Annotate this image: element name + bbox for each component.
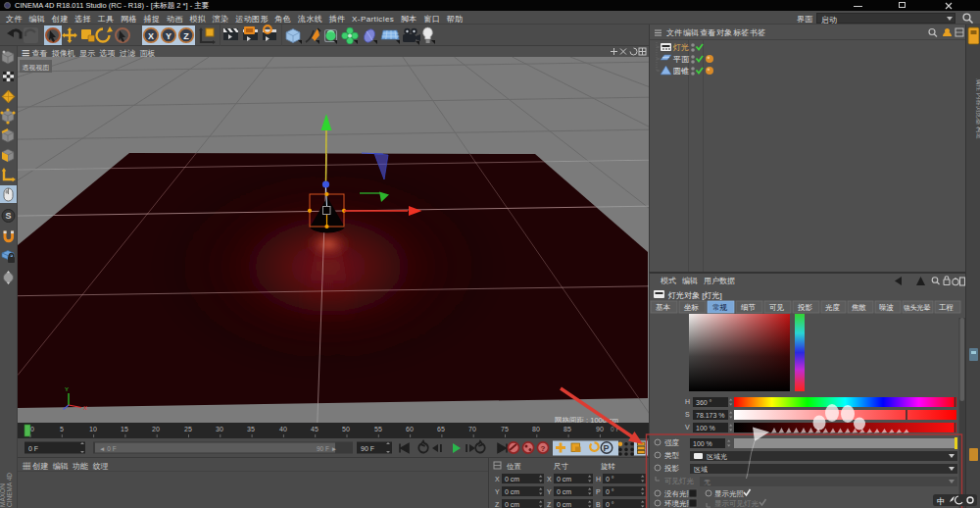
svg-text:旋转: 旋转 — [601, 462, 616, 471]
svg-text:投影: 投影 — [797, 303, 813, 312]
svg-text:编辑: 编辑 — [682, 277, 698, 285]
svg-text:用户数据: 用户数据 — [704, 277, 735, 285]
svg-text:文件: 文件 — [666, 28, 682, 37]
svg-text:45: 45 — [311, 426, 318, 432]
svg-text:0 F: 0 F — [611, 426, 619, 432]
svg-text:投影: 投影 — [663, 464, 680, 473]
svg-text:位置: 位置 — [507, 462, 522, 471]
svg-text:75: 75 — [501, 426, 509, 432]
svg-text:Z: Z — [183, 31, 189, 41]
svg-text:25: 25 — [184, 426, 192, 432]
svg-text:显示光照: 显示光照 — [714, 489, 744, 498]
svg-text:0: 0 — [30, 426, 34, 432]
svg-text:P: P — [596, 488, 601, 495]
svg-text:360 °: 360 ° — [696, 399, 712, 406]
svg-text:X: X — [495, 476, 500, 483]
svg-text:S: S — [685, 411, 690, 418]
svg-text:光度: 光度 — [825, 303, 841, 312]
svg-text:CINEMA 4D: CINEMA 4D — [6, 473, 13, 507]
svg-text:60: 60 — [406, 426, 414, 432]
svg-text:90 F: 90 F — [361, 445, 374, 452]
svg-text:40: 40 — [279, 426, 287, 432]
svg-text:属性 内容浏览器 构造: 属性 内容浏览器 构造 — [975, 78, 980, 139]
svg-text:B: B — [596, 501, 601, 508]
svg-text:30: 30 — [216, 426, 223, 432]
svg-text:H: H — [596, 476, 601, 483]
svg-text:灯光对象 [灯光]: 灯光对象 [灯光] — [667, 291, 722, 300]
svg-text:强度: 强度 — [664, 438, 680, 447]
svg-text:Y: Y — [166, 31, 172, 41]
svg-text:工程: 工程 — [939, 303, 955, 312]
svg-text:0 cm: 0 cm — [557, 476, 571, 483]
svg-text:0 cm: 0 cm — [557, 501, 571, 508]
svg-text:标签: 标签 — [733, 28, 749, 37]
svg-text:85: 85 — [564, 426, 571, 432]
svg-text:55: 55 — [374, 426, 382, 432]
svg-text:H: H — [685, 398, 690, 405]
svg-text:0 °: 0 ° — [606, 501, 614, 508]
svg-text:可见: 可见 — [769, 303, 785, 312]
svg-text:5: 5 — [60, 426, 64, 432]
svg-text:V: V — [685, 424, 690, 431]
svg-text:噪波: 噪波 — [879, 303, 894, 312]
svg-text:◄ 0 F: ◄ 0 F — [99, 445, 117, 452]
svg-text:查看: 查看 — [700, 28, 715, 37]
svg-text:基本: 基本 — [656, 303, 671, 312]
svg-text:圆锥: 圆锥 — [673, 67, 689, 76]
svg-text:无: 无 — [704, 479, 710, 486]
svg-text:灯光: 灯光 — [672, 43, 689, 52]
svg-text:常规: 常规 — [712, 303, 728, 312]
svg-text:90 F ►: 90 F ► — [317, 445, 337, 452]
svg-text:100 %: 100 % — [696, 425, 715, 432]
svg-text:0 cm: 0 cm — [505, 488, 519, 495]
svg-text:书签: 书签 — [750, 28, 765, 37]
svg-text:0 °: 0 ° — [606, 476, 614, 483]
svg-text:78.173 %: 78.173 % — [696, 412, 725, 419]
svg-text:网格间距 : 1000 cm: 网格间距 : 1000 cm — [555, 416, 618, 424]
svg-text:70: 70 — [468, 426, 476, 432]
svg-text:S: S — [5, 211, 11, 221]
svg-text:Y: Y — [495, 488, 500, 495]
svg-text:X: X — [547, 476, 552, 483]
svg-text:0 cm: 0 cm — [557, 488, 571, 495]
svg-text:0 °: 0 ° — [606, 488, 614, 495]
svg-text:尺寸: 尺寸 — [554, 462, 569, 471]
svg-text:Z: Z — [547, 501, 552, 508]
svg-text:?: ? — [541, 444, 546, 453]
svg-text:对象: 对象 — [716, 28, 732, 37]
svg-text:0 F: 0 F — [28, 445, 38, 452]
svg-text:15: 15 — [121, 426, 128, 432]
svg-text:细节: 细节 — [741, 303, 757, 312]
svg-text:可见灯光: 可见灯光 — [664, 477, 695, 485]
svg-text:0 cm: 0 cm — [505, 501, 519, 508]
svg-text:0 cm: 0 cm — [505, 476, 519, 483]
svg-text:X: X — [83, 405, 87, 411]
svg-text:P: P — [604, 443, 610, 453]
svg-text:100 %: 100 % — [693, 440, 712, 447]
svg-text:80: 80 — [532, 426, 540, 432]
svg-text:50: 50 — [342, 426, 350, 432]
svg-text:90: 90 — [596, 426, 604, 432]
svg-text:区域: 区域 — [694, 466, 708, 473]
svg-text:编辑: 编辑 — [683, 28, 699, 37]
svg-text:类型: 类型 — [664, 451, 680, 460]
svg-text:焦散: 焦散 — [852, 303, 866, 312]
svg-text:镜头光晕: 镜头光晕 — [903, 304, 930, 312]
svg-text:平面: 平面 — [673, 55, 690, 64]
svg-text:65: 65 — [437, 426, 445, 432]
svg-text:10: 10 — [89, 426, 97, 432]
svg-text:模式: 模式 — [661, 277, 676, 285]
svg-text:坐标: 坐标 — [684, 303, 700, 312]
svg-text:Y: Y — [547, 488, 552, 495]
svg-text:Y: Y — [65, 386, 69, 392]
svg-text:35: 35 — [247, 426, 255, 432]
svg-text:Z: Z — [495, 501, 500, 508]
svg-text:20: 20 — [152, 426, 160, 432]
svg-text:区域光: 区域光 — [707, 453, 727, 461]
svg-text:透视视图: 透视视图 — [23, 64, 50, 72]
svg-text:X: X — [148, 31, 154, 41]
